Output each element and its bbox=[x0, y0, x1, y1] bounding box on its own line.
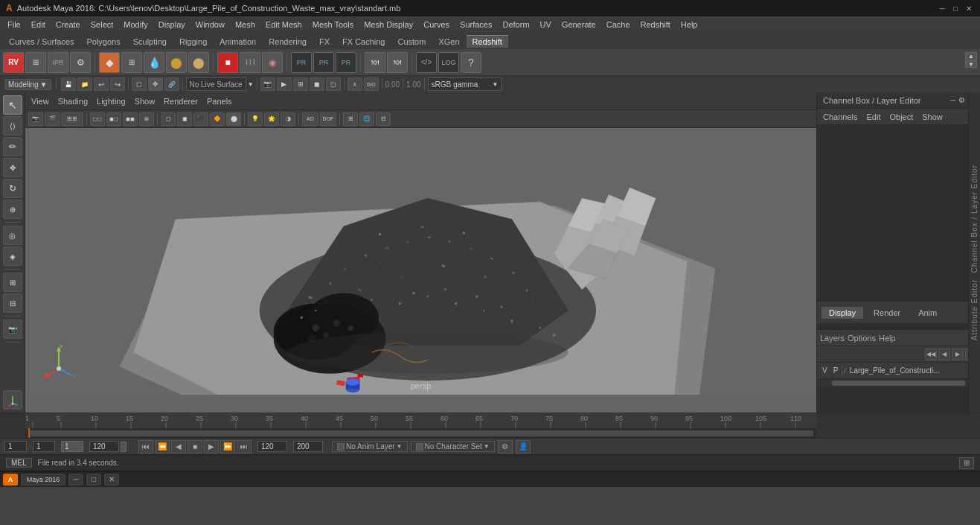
shelf-tab-fx[interactable]: FX bbox=[313, 35, 336, 48]
menu-item-mesh-display[interactable]: Mesh Display bbox=[359, 19, 417, 31]
minimize-button[interactable]: ─ bbox=[937, 3, 947, 13]
vptool-hud[interactable]: ⊟ bbox=[376, 112, 391, 126]
shelf-icon-pr2[interactable]: PR bbox=[313, 52, 334, 73]
tool-xray[interactable]: X bbox=[348, 77, 362, 91]
shelf-tab-xgen[interactable]: XGen bbox=[432, 35, 465, 48]
scrubber-bar[interactable] bbox=[28, 430, 813, 436]
tool-camera[interactable]: 📷 bbox=[260, 77, 275, 91]
menu-item-select[interactable]: Select bbox=[86, 19, 118, 31]
vptool-light1[interactable]: 💡 bbox=[248, 112, 263, 126]
menu-item-curves[interactable]: Curves bbox=[419, 19, 454, 31]
tool-iso[interactable]: ISO bbox=[364, 77, 379, 91]
vp-menu-panels[interactable]: Panels bbox=[207, 97, 232, 106]
start-frame-input[interactable] bbox=[33, 441, 55, 452]
shelf-tab-rigging[interactable]: Rigging bbox=[173, 35, 213, 48]
vptool-group1[interactable]: ⊞⊞ bbox=[61, 112, 83, 126]
tool-undo[interactable]: ↩ bbox=[94, 77, 109, 91]
cb-menu-object[interactable]: Object bbox=[886, 112, 916, 121]
taskbar-restore[interactable]: □ bbox=[86, 474, 101, 486]
shelf-icon-pipe[interactable]: ⌇⌇⌇ bbox=[240, 52, 260, 73]
cb-minimize[interactable]: ─ bbox=[950, 96, 955, 104]
current-frame-input[interactable] bbox=[4, 441, 27, 452]
shelf-icon-pr1[interactable]: PR bbox=[291, 52, 312, 73]
maximize-button[interactable]: □ bbox=[950, 3, 961, 13]
shelf-icon-help[interactable]: ? bbox=[461, 52, 481, 73]
char-settings-btn[interactable]: 👤 bbox=[516, 440, 531, 454]
anim-settings-btn[interactable]: ⚙ bbox=[498, 440, 513, 454]
anim-layer-dropdown[interactable]: No Anim Layer ▼ bbox=[332, 441, 408, 452]
tool-snap[interactable]: 🔗 bbox=[164, 77, 179, 91]
vptool-shadow[interactable]: ◑ bbox=[281, 112, 295, 126]
cb-menu-show[interactable]: Show bbox=[919, 112, 946, 121]
shelf-icon-gear[interactable]: ⚙ bbox=[70, 52, 91, 73]
shelf-scroll-up[interactable]: ▲ bbox=[965, 52, 977, 60]
vptool-shade4[interactable]: 🔶 bbox=[210, 112, 225, 126]
vptool-w4[interactable]: ⊠ bbox=[139, 112, 154, 126]
shelf-tab-rendering[interactable]: Rendering bbox=[263, 35, 313, 48]
layer-btn-3[interactable]: Help bbox=[879, 334, 896, 343]
vptool-shade5[interactable]: ⬤ bbox=[226, 112, 241, 126]
tool-lasso-btn[interactable]: ⟨⟩ bbox=[3, 116, 22, 136]
shelf-tab-sculpting[interactable]: Sculpting bbox=[127, 35, 173, 48]
cb-menu-edit[interactable]: Edit bbox=[863, 112, 883, 121]
menu-item-help[interactable]: Help bbox=[676, 19, 702, 31]
vptool-film[interactable]: 🎬 bbox=[45, 112, 60, 126]
viewport-canvas[interactable]: persp Y X Z bbox=[25, 128, 816, 395]
menu-item-mesh-tools[interactable]: Mesh Tools bbox=[308, 19, 358, 31]
menu-item-uv[interactable]: UV bbox=[536, 19, 556, 31]
vp-menu-view[interactable]: View bbox=[31, 97, 49, 106]
playback-end-input[interactable] bbox=[257, 441, 287, 452]
tool-select[interactable]: ◻ bbox=[132, 77, 147, 91]
tool-paint-btn[interactable]: ✏ bbox=[3, 137, 22, 156]
vp-menu-lighting[interactable]: Lighting bbox=[97, 97, 126, 106]
tool-camera2[interactable]: 📷 bbox=[3, 319, 22, 339]
play-first[interactable]: ⏮ bbox=[138, 440, 153, 454]
tool-wire[interactable]: ◼ bbox=[310, 77, 324, 91]
vptool-dof[interactable]: DOF bbox=[320, 112, 336, 126]
tool-show-manip[interactable]: ⊞ bbox=[3, 273, 22, 292]
shelf-scroll-down[interactable]: ▼ bbox=[965, 60, 977, 68]
end-frame-input[interactable] bbox=[89, 441, 119, 452]
shelf-icon-log[interactable]: LOG bbox=[438, 52, 459, 73]
tool-scale-btn[interactable]: ⊕ bbox=[3, 200, 22, 219]
shelf-icon-poly2[interactable]: ⊞ bbox=[121, 52, 142, 73]
play-next[interactable]: ⏩ bbox=[220, 440, 235, 454]
anim-layer-checkbox[interactable] bbox=[337, 443, 345, 451]
vptool-w2[interactable]: ◼◻ bbox=[106, 112, 121, 126]
play-back[interactable]: ◀ bbox=[171, 440, 186, 454]
vptool-shade2[interactable]: ◼ bbox=[177, 112, 192, 126]
layer-scrollbar[interactable] bbox=[817, 378, 980, 387]
taskbar-maya[interactable]: Maya 2016 bbox=[21, 474, 65, 486]
tool-axis[interactable] bbox=[3, 390, 22, 410]
taskbar-app-icon[interactable]: A bbox=[3, 474, 18, 486]
menu-item-surfaces[interactable]: Surfaces bbox=[455, 19, 496, 31]
tool-move-btn[interactable]: ✥ bbox=[3, 158, 22, 177]
tool-move[interactable]: ✥ bbox=[148, 77, 163, 91]
layer-btn-1[interactable]: Layers bbox=[820, 334, 845, 343]
cb-settings[interactable]: ⚙ bbox=[958, 96, 965, 104]
play-last[interactable]: ⏭ bbox=[237, 440, 252, 454]
vp-menu-show[interactable]: Show bbox=[135, 97, 156, 106]
layer-btn-2[interactable]: Options bbox=[848, 334, 876, 343]
shelf-tab-polygons[interactable]: Polygons bbox=[80, 35, 126, 48]
menu-item-file[interactable]: File bbox=[3, 19, 25, 31]
menu-item-deform[interactable]: Deform bbox=[498, 19, 534, 31]
tool-smooth[interactable]: ◻ bbox=[326, 77, 341, 91]
shelf-tab-animation[interactable]: Animation bbox=[214, 35, 262, 48]
shelf-icon-water[interactable]: 💧 bbox=[144, 52, 164, 73]
vptool-w1[interactable]: ◻◻ bbox=[90, 112, 105, 126]
tool-select-btn[interactable]: ↖ bbox=[3, 95, 22, 115]
layer-nav-first[interactable]: ◀◀ bbox=[925, 349, 937, 360]
vptool-shade1[interactable]: ◻ bbox=[161, 112, 176, 126]
tab-anim[interactable]: Anim bbox=[911, 307, 944, 319]
tool-custom1[interactable]: ⊟ bbox=[3, 293, 22, 313]
char-set-checkbox[interactable] bbox=[416, 443, 423, 451]
shelf-tab-custom[interactable]: Custom bbox=[392, 35, 432, 48]
vptool-camera[interactable]: 📷 bbox=[28, 112, 43, 126]
shelf-icon-render1[interactable]: 🍽 bbox=[365, 52, 385, 73]
shelf-icon-grid[interactable]: ⊞ bbox=[25, 52, 46, 73]
menu-item-generate[interactable]: Generate bbox=[557, 19, 601, 31]
box-value-input[interactable] bbox=[61, 441, 83, 452]
shelf-icon-poly1[interactable]: ◆ bbox=[99, 52, 120, 73]
taskbar-minimize[interactable]: ─ bbox=[68, 474, 83, 486]
